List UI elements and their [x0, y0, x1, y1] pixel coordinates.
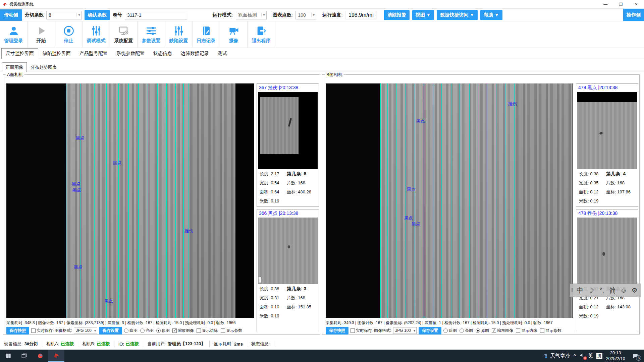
taskbar-clock[interactable]: 20:13 2025/2/10 [606, 350, 625, 361]
main-tab[interactable]: 尺寸监控界面 [1, 48, 38, 59]
main-tab[interactable]: 系统参数配置 [112, 48, 149, 59]
operate-side-button[interactable]: 操作侧 [623, 9, 644, 21]
slit-line [106, 83, 107, 318]
weather-widget[interactable]: 天气寒冷 [543, 353, 570, 359]
main-tab[interactable]: 状态信息 [149, 48, 176, 59]
slit-line [505, 83, 505, 318]
ime-toolbar[interactable]: ‖ 中 ☽ °, 简 ☺ ⚙ [570, 284, 641, 297]
hidden-icons-chevron[interactable]: ^ [574, 353, 576, 359]
slit-line [496, 83, 496, 318]
camera-image[interactable]: 挫伤黑点黑点黑点黑点 [326, 83, 573, 318]
ime-simplified-toggle[interactable]: 简 [607, 286, 618, 295]
slit-line [175, 83, 176, 318]
defect-card[interactable]: 367 挫伤 |20:13:38 长度: 2.17 第几条: 8 宽度: 0.5… [257, 83, 319, 207]
view-menu-button[interactable]: 视图 ▼ [412, 10, 434, 20]
defect-fields: 长度: 0.38 第几条: 4 宽度: 0.35 片数: 168 面积: 0.1… [576, 169, 638, 205]
save-snapshot-button[interactable]: 保存快照 [326, 327, 348, 335]
ime-emoji-icon[interactable]: ☺ [619, 287, 629, 294]
task-view-button[interactable] [16, 350, 32, 362]
param-settings-button[interactable]: 参数设置 [138, 21, 165, 47]
main-tab[interactable]: 缺陷监控界面 [38, 48, 75, 59]
subtab-divider [0, 71, 644, 71]
display-option[interactable]: 亮图 [140, 328, 154, 334]
language-indicator[interactable]: 英 [588, 353, 593, 359]
admin-login-button[interactable]: 管理登录 [0, 21, 28, 47]
data-shortcut-menu-button[interactable]: 数据快捷访问 ▼ [437, 10, 478, 20]
display-option[interactable]: 缩放图像 [492, 328, 513, 334]
system-config-button[interactable]: 系统配置 [110, 21, 138, 47]
display-option[interactable]: 原图 [476, 328, 489, 334]
save-settings-button[interactable]: 保存设置 [419, 327, 441, 335]
notification-center-button[interactable]: 6 [629, 350, 642, 362]
display-option[interactable]: 显示边缘 [197, 328, 218, 334]
display-option[interactable]: 缩放图像 [172, 328, 194, 334]
defect-mark [288, 245, 290, 248]
camera-button[interactable]: 摄像 [220, 21, 248, 47]
clear-alarm-button[interactable]: 清除报警 [384, 10, 410, 20]
ime-lang-toggle[interactable]: 中 [575, 286, 585, 295]
defect-label: 黑点 [74, 264, 83, 270]
main-tab[interactable]: 产品型号配置 [75, 48, 112, 59]
slit-line [188, 83, 189, 318]
display-option[interactable]: 暗图 [124, 328, 138, 334]
slit-line [148, 83, 148, 318]
close-button[interactable]: ✕ [629, 0, 644, 9]
volume-muted-icon[interactable]: ✕ [579, 353, 585, 359]
help-menu-button[interactable]: 帮助 ▼ [480, 10, 502, 20]
defect-label: 黑点 [72, 187, 81, 193]
log-record-button[interactable]: 日志记录 [193, 21, 220, 47]
camera-status-line: 采集耗时: 349.3 | 图像计数: 167 | 像素坐标: (5202,24… [326, 320, 574, 326]
ime-punct-toggle[interactable]: °, [597, 287, 607, 294]
slit-line [66, 83, 66, 318]
display-option[interactable]: 显示条数 [221, 328, 242, 334]
defect-settings-button[interactable]: 缺陷设置 [165, 21, 193, 47]
confirm-count-button[interactable]: 确认条数 [85, 10, 110, 20]
play-icon [36, 25, 47, 37]
restore-button[interactable]: ❐ [613, 0, 629, 9]
image-format-select[interactable]: JPG 100 [393, 327, 417, 334]
defect-card-header: 478 挫伤 |20:13:38 [576, 209, 638, 218]
display-option[interactable]: 原图 [156, 328, 170, 334]
roll-number-input[interactable]: 3117-1 [125, 11, 187, 19]
save-settings-button[interactable]: 保存设置 [99, 327, 122, 335]
realtime-save-checkbox[interactable]: 实时保存 [31, 328, 53, 334]
minimize-button[interactable]: — [598, 0, 613, 9]
ime-drag-handle[interactable]: ‖ [571, 287, 574, 293]
drive-side-button[interactable]: 传动侧 [0, 9, 22, 21]
main-tab[interactable]: 边缘数据记录 [176, 48, 213, 59]
exit-program-button[interactable]: 退出程序 [248, 21, 275, 47]
chart-points-select[interactable]: 100 [296, 11, 316, 19]
image-region [514, 83, 573, 318]
sub-tab[interactable]: 正面图像 [2, 62, 27, 72]
realtime-save-checkbox[interactable]: 实时保存 [351, 328, 372, 334]
camera-image[interactable]: 黑点黑点黑点黑点挫伤黑点黑点 [6, 83, 254, 318]
display-option[interactable]: 亮图 [460, 328, 473, 334]
run-mode-label: 运行模式: [213, 12, 233, 18]
stop-icon [63, 25, 74, 37]
slit-count-select[interactable]: 8 [46, 11, 82, 19]
defect-card[interactable]: 366 黑点 |20:13:38 长度: 0.38 第几条: 3 宽度: 0.3… [257, 209, 319, 332]
taskbar-app-sogou[interactable] [32, 350, 48, 362]
defect-card[interactable]: 479 黑点 |20:13:38 长度: 0.38 第几条: 4 宽度: 0.3… [576, 83, 638, 207]
status-segment: IO: 已连接 [114, 341, 143, 347]
image-format-select[interactable]: JPG 100 [74, 327, 97, 334]
save-snapshot-button[interactable]: 保存快照 [6, 327, 29, 335]
main-tab[interactable]: 测试 [213, 48, 231, 59]
defect-card[interactable]: 478 挫伤 |20:13:38 长度: 0.57 第几条: 3 宽度: 0.2… [576, 209, 638, 332]
option-state-icon [492, 328, 496, 333]
sub-tab[interactable]: 分布趋势图表 [27, 62, 60, 72]
debug-mode-button[interactable]: 调试模式 [83, 21, 110, 47]
start-button[interactable]: 开始 [28, 21, 55, 47]
display-option[interactable]: 显示边缘 [516, 328, 537, 334]
status-segment: 当前用户: 管理员【123-123】 [143, 341, 210, 347]
run-mode-select[interactable]: 双面检测 [236, 11, 267, 19]
ime-mode-badge[interactable]: 拼 [596, 353, 602, 359]
display-option[interactable]: 暗图 [443, 328, 457, 334]
display-option[interactable]: 显示条数 [540, 328, 561, 334]
ime-settings-gear-icon[interactable]: ⚙ [629, 286, 640, 294]
ime-fullhalf-icon[interactable]: ☽ [586, 286, 596, 294]
status-segment: 状态信息: [247, 341, 276, 347]
taskbar-app-inspection[interactable] [48, 350, 64, 362]
start-button[interactable] [0, 350, 16, 362]
stop-button[interactable]: 停止 [55, 21, 83, 47]
